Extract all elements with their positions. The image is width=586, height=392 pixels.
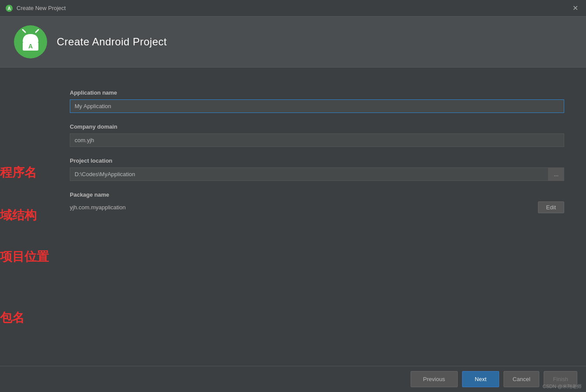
- android-studio-logo: A: [13, 24, 48, 59]
- title-bar-title: Create New Project: [17, 5, 66, 11]
- app-name-group: Application name: [70, 89, 564, 113]
- company-domain-input[interactable]: [70, 133, 564, 147]
- svg-text:A: A: [28, 43, 33, 50]
- annotation-package: 包名: [0, 310, 24, 326]
- package-name-row: yjh.com.myapplication Edit: [70, 201, 564, 213]
- bottom-bar: Previous Next Cancel Finish: [0, 366, 586, 392]
- project-location-input-row: ...: [70, 167, 564, 181]
- project-location-group: Project location ...: [70, 157, 564, 181]
- package-name-group: Package name yjh.com.myapplication Edit: [70, 191, 564, 213]
- app-name-input[interactable]: [70, 99, 564, 113]
- previous-button[interactable]: Previous: [411, 371, 458, 387]
- main-content: 程序名 Application name 域结构 Company domain …: [0, 68, 586, 232]
- header-section: A Create Android Project: [0, 17, 586, 68]
- header-title: Create Android Project: [57, 36, 167, 48]
- close-button[interactable]: ✕: [570, 3, 581, 13]
- project-location-input[interactable]: [70, 167, 548, 181]
- project-location-label: Project location: [70, 157, 564, 164]
- cancel-button[interactable]: Cancel: [504, 371, 539, 387]
- package-name-value: yjh.com.myapplication: [70, 204, 126, 211]
- annotation-location: 项目位置: [0, 249, 49, 265]
- edit-button[interactable]: Edit: [538, 201, 564, 213]
- company-domain-label: Company domain: [70, 123, 564, 130]
- annotation-domain: 域结构: [0, 207, 37, 224]
- next-button[interactable]: Next: [462, 371, 499, 387]
- package-name-label: Package name: [70, 191, 564, 198]
- annotation-app-name: 程序名: [0, 164, 37, 181]
- app-name-label: Application name: [70, 89, 564, 96]
- company-domain-group: Company domain: [70, 123, 564, 147]
- title-bar-left: A Create New Project: [5, 4, 66, 12]
- svg-text:A: A: [7, 6, 10, 11]
- browse-button[interactable]: ...: [548, 167, 564, 181]
- watermark: CSDN @米翔老师: [543, 383, 582, 390]
- title-bar: A Create New Project ✕: [0, 0, 586, 17]
- android-studio-icon: A: [5, 4, 13, 12]
